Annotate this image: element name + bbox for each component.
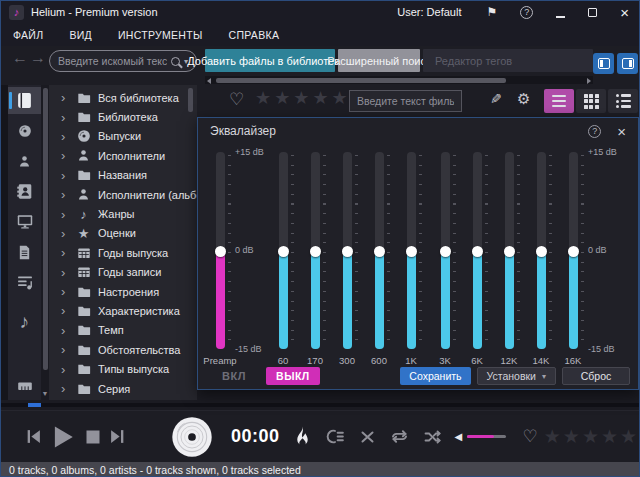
content-scrollbar-thumb[interactable] [188, 88, 193, 112]
volume-speaker-icon[interactable]: ◀ [455, 432, 463, 442]
track-rating-stars[interactable]: ★★★★★ [544, 427, 639, 446]
chevron-right-icon[interactable]: › [61, 266, 69, 279]
previous-track-button[interactable] [25, 428, 42, 445]
minimize-button[interactable] [556, 16, 565, 18]
eq-band-slider-60[interactable] [279, 152, 288, 349]
sidebar-item-contacts[interactable] [8, 178, 41, 205]
view-list-button[interactable] [544, 89, 574, 113]
flag-icon[interactable]: ⚑ [486, 5, 497, 19]
chevron-right-icon[interactable]: › [61, 208, 69, 221]
chevron-right-icon[interactable]: › [61, 91, 69, 104]
tag-editor-button[interactable]: Редактор тегов [423, 49, 593, 72]
view-grid-button[interactable] [576, 89, 606, 113]
chevron-right-icon[interactable]: › [61, 324, 69, 337]
eq-band-slider-600[interactable] [375, 152, 384, 349]
search-box[interactable]: ▾ [49, 50, 197, 72]
tree-item[interactable]: ›Серия [49, 379, 197, 398]
help-icon[interactable]: ? [520, 6, 533, 19]
edit-pencil-icon[interactable]: ✎ [490, 92, 502, 106]
tree-item[interactable]: ›Темп [49, 321, 197, 340]
search-input[interactable] [58, 55, 167, 67]
tree-item[interactable]: ›Вся библиотека [49, 88, 197, 107]
tree-scrollbar-thumb[interactable] [43, 88, 48, 370]
chevron-right-icon[interactable]: › [61, 246, 69, 259]
tree-item[interactable]: ›Исполнители [49, 146, 197, 165]
menu-item-1[interactable]: ВИД [69, 29, 92, 41]
track-heart-icon[interactable]: ♡ [523, 428, 538, 445]
eq-slider-thumb[interactable] [215, 246, 226, 257]
chevron-right-icon[interactable]: › [61, 285, 69, 298]
rating-stars[interactable]: ★★★★★ [255, 89, 351, 107]
chevron-right-icon[interactable]: › [61, 188, 69, 201]
eq-slider-thumb[interactable] [472, 246, 483, 257]
filter-input[interactable] [349, 90, 462, 112]
reset-button[interactable]: Сброс [562, 367, 630, 385]
sidebar-item-artists[interactable] [8, 148, 41, 175]
chevron-right-icon[interactable]: › [61, 227, 69, 240]
menu-item-2[interactable]: ИНСТРУМЕНТЫ [118, 29, 203, 41]
sidebar-item-reports[interactable] [8, 239, 41, 266]
sidebar-item-devices[interactable] [8, 208, 41, 235]
maximize-button[interactable] [588, 8, 597, 17]
close-button[interactable]: × [620, 5, 629, 20]
disc-art-icon[interactable] [170, 415, 214, 459]
eq-band-slider-14K[interactable] [537, 152, 546, 349]
play-button[interactable] [50, 423, 76, 451]
eq-slider-thumb[interactable] [406, 246, 417, 257]
eq-band-slider-6K[interactable] [473, 152, 482, 349]
volume-slider[interactable] [467, 435, 505, 438]
view-details-button[interactable] [608, 89, 638, 113]
sidebar-item-library[interactable] [8, 87, 41, 114]
menu-item-0[interactable]: ФАЙЛ [13, 29, 43, 41]
eq-slider-thumb[interactable] [278, 246, 289, 257]
repeat-icon[interactable] [390, 428, 409, 445]
eq-slider-thumb[interactable] [568, 246, 579, 257]
eq-on-button[interactable]: ВКЛ [222, 370, 246, 382]
menu-item-3[interactable]: СПРАВКА [229, 29, 280, 41]
eq-band-slider-300[interactable] [343, 152, 352, 349]
panel-toggle-left-button[interactable] [593, 53, 614, 74]
sidebar-item-releases[interactable] [8, 117, 41, 144]
crossfade-icon[interactable] [359, 429, 376, 445]
stop-button[interactable] [85, 429, 101, 445]
chevron-right-icon[interactable]: › [61, 130, 69, 143]
chevron-right-icon[interactable]: › [61, 169, 69, 182]
next-track-button[interactable] [109, 428, 126, 445]
eq-band-slider-12K[interactable] [505, 152, 514, 349]
eq-slider-thumb[interactable] [374, 246, 385, 257]
save-button[interactable]: Сохранить [400, 367, 470, 385]
tree-item[interactable]: ›Обстоятельства [49, 340, 197, 359]
tree-item[interactable]: ›Типы выпуска [49, 359, 197, 378]
flame-icon[interactable] [293, 425, 312, 449]
chevron-right-icon[interactable]: › [61, 149, 69, 162]
tree-item[interactable]: ›Годы выпуска [49, 243, 197, 262]
eq-band-slider-16K[interactable] [569, 152, 578, 349]
chevron-right-icon[interactable]: › [61, 363, 69, 376]
chevron-right-icon[interactable]: › [61, 304, 69, 317]
shuffle-icon[interactable] [423, 429, 442, 445]
advanced-search-button[interactable]: Расширенный поиск [338, 49, 420, 72]
seek-track[interactable] [1, 403, 639, 407]
eq-slider-thumb[interactable] [310, 246, 321, 257]
eq-preamp-slider[interactable] [216, 152, 225, 349]
presets-button[interactable]: Установки▾ [477, 367, 556, 385]
toolbar-scrollbar[interactable] [205, 76, 593, 84]
tree-item[interactable]: ›Настроения [49, 282, 197, 301]
tree-item[interactable]: ›Характеристика [49, 301, 197, 320]
favorite-heart-icon[interactable]: ♡ [229, 91, 244, 108]
seek-bar[interactable] [1, 400, 639, 410]
scroll-left-icon[interactable] [207, 78, 211, 84]
sidebar-item-playlists[interactable] [8, 269, 41, 296]
chevron-right-icon[interactable]: › [61, 382, 69, 395]
eq-slider-thumb[interactable] [536, 246, 547, 257]
back-arrow-icon[interactable]: ← [12, 49, 28, 67]
tree-item[interactable]: ›Исполнители (альбом) [49, 185, 197, 204]
sidebar-item-instruments[interactable] [8, 373, 41, 400]
sidebar-item-music[interactable]: ♪ [8, 308, 41, 335]
eq-slider-thumb[interactable] [504, 246, 515, 257]
tree-item[interactable]: ›Названия [49, 166, 197, 185]
tree-scrollbar[interactable]: ▼ [41, 85, 49, 400]
panel-toggle-right-button[interactable] [617, 53, 638, 74]
scroll-down-icon[interactable]: ▼ [41, 390, 49, 397]
tree-item[interactable]: ›Выпуски [49, 127, 197, 146]
